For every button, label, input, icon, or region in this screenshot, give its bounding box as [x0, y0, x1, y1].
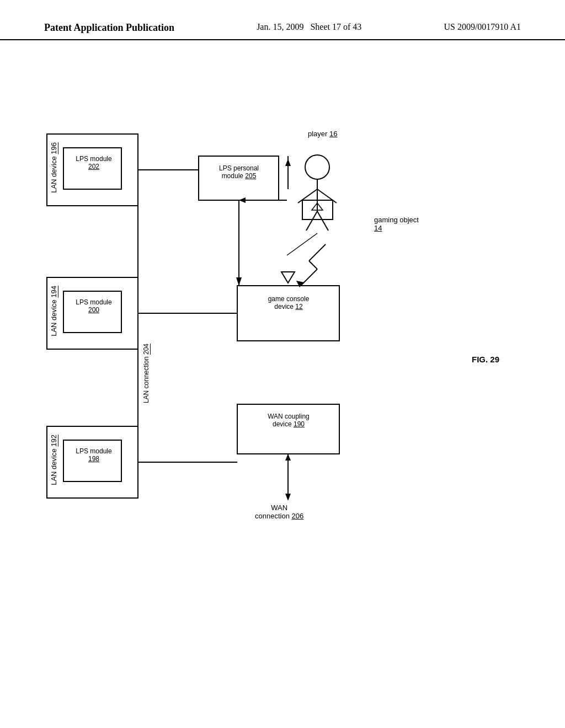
lan-device-196-label: LAN device 196	[50, 142, 58, 193]
svg-line-18	[309, 244, 326, 261]
wan-connection-206-label: WANconnection 206	[255, 504, 303, 520]
svg-line-29	[298, 189, 317, 203]
publication-number: US 2009/0017910 A1	[444, 22, 521, 32]
svg-marker-26	[285, 159, 291, 166]
svg-marker-17	[281, 272, 295, 283]
figure-label: FIG. 29	[472, 355, 499, 364]
player-16-label: player 16	[308, 130, 338, 138]
svg-line-35	[287, 233, 317, 255]
svg-line-20	[301, 269, 317, 286]
lps-module-202-label: LPS module202	[69, 155, 119, 170]
diagram-area: LAN device 196 LPS module202 LAN device …	[0, 40, 565, 713]
diagram-svg	[0, 40, 565, 713]
svg-rect-8	[237, 404, 339, 454]
game-console-device-12-label: game consoledevice 12	[242, 295, 335, 311]
svg-marker-38	[239, 197, 246, 203]
svg-line-19	[309, 261, 317, 269]
svg-point-27	[305, 155, 329, 179]
svg-line-30	[317, 189, 337, 203]
lan-device-194-label: LAN device 194	[50, 286, 58, 336]
svg-rect-7	[237, 286, 339, 341]
lps-personal-module-205-label: LPS personalmodule 205	[203, 164, 275, 180]
lan-connection-204-label: LAN connection 204	[142, 344, 150, 403]
wan-coupling-device-190-label: WAN couplingdevice 190	[242, 413, 335, 428]
publication-date-sheet: Jan. 15, 2009 Sheet 17 of 43	[257, 22, 361, 32]
lps-module-200-label: LPS module200	[69, 298, 119, 314]
svg-marker-23	[285, 454, 291, 461]
page-header: Patent Application Publication Jan. 15, …	[0, 0, 565, 40]
svg-line-31	[306, 211, 317, 231]
svg-marker-21	[296, 281, 304, 287]
svg-marker-16	[236, 277, 242, 286]
lps-module-198-label: LPS module198	[69, 447, 119, 463]
svg-line-32	[317, 211, 328, 231]
svg-marker-34	[312, 203, 323, 210]
gaming-object-14-label: gaming object14	[374, 216, 419, 232]
svg-rect-33	[302, 200, 333, 220]
svg-marker-24	[285, 494, 291, 501]
publication-title: Patent Application Publication	[44, 22, 174, 34]
lan-device-192-label: LAN device 192	[50, 435, 58, 485]
